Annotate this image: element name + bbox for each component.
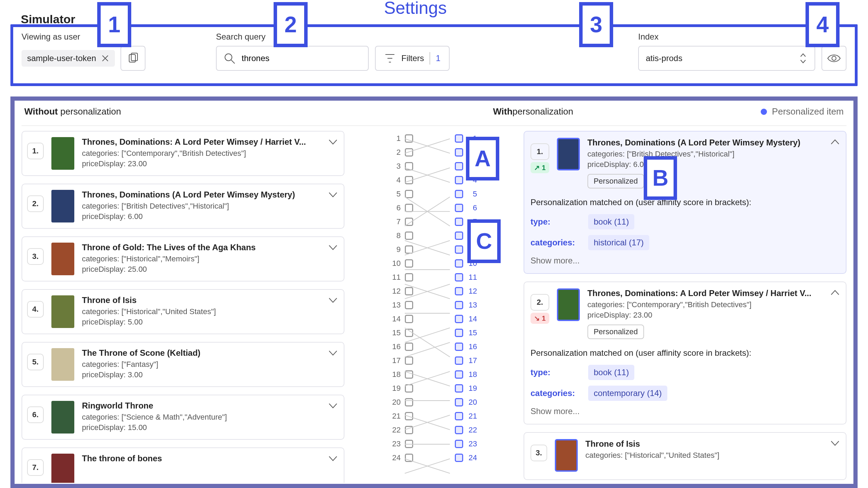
ladder-square [405, 273, 413, 281]
ladder-num: 14 [391, 314, 401, 323]
callout-b: B [644, 156, 677, 200]
ladder-square [455, 134, 463, 143]
chevron-down-icon[interactable] [327, 242, 339, 254]
ladder-num: 12 [391, 287, 401, 296]
personalized-badge: Personalized [587, 325, 644, 339]
rank-badge: 3. [531, 445, 547, 461]
result-card-left[interactable]: 3. Throne of Gold: The Lives of the Aga … [22, 236, 344, 281]
chevron-down-icon[interactable] [327, 347, 339, 359]
show-more-button[interactable]: Show more... [531, 406, 837, 416]
ladder-row-right: 23 [455, 439, 477, 449]
match-type-chip: book (11) [588, 365, 634, 380]
ladder-num: 15 [467, 328, 477, 337]
ladder-row-left: 7 [391, 217, 413, 227]
rank-badge: 7. [27, 459, 44, 476]
result-price: priceDisplay: 5.00 [82, 318, 336, 327]
rank-badge: 6. [27, 406, 44, 423]
result-card-left[interactable]: 4. Throne of Isis categories: ["Historic… [22, 289, 344, 334]
result-thumbnail [557, 288, 580, 321]
result-title: Thrones, Dominations (A Lord Peter Wimse… [82, 190, 336, 200]
with-label-bold: With [493, 106, 512, 117]
personalized-badge: Personalized [587, 174, 644, 188]
ladder-square [405, 148, 413, 157]
result-price: priceDisplay: 25.00 [82, 265, 336, 274]
chevron-down-icon[interactable] [327, 453, 339, 465]
ladder-row-right: 15 [455, 328, 477, 338]
ladder-row-right: 13 [455, 300, 477, 310]
result-thumbnail [51, 454, 74, 483]
ladder-square [455, 412, 463, 420]
ladder-square [455, 259, 463, 268]
filters-count: 1 [436, 53, 440, 63]
ladder-num: 5 [467, 190, 477, 199]
ladder-square [405, 204, 413, 212]
ladder-num: 2 [391, 148, 401, 157]
result-title: The Throne of Scone (Keltiad) [82, 348, 336, 358]
rank-delta: ↘ 1 [531, 313, 549, 324]
ladder-square [455, 204, 463, 212]
preview-button[interactable] [821, 46, 846, 71]
ladder-num: 9 [391, 245, 401, 254]
result-card-right[interactable]: 2. ↘ 1 Thrones, Dominations: A Lord Pete… [524, 281, 846, 424]
rank-badge: 5. [27, 354, 44, 370]
chevron-down-icon[interactable] [327, 136, 339, 148]
result-card-left[interactable]: 5. The Throne of Scone (Keltiad) categor… [22, 342, 344, 387]
result-card-left[interactable]: 7. The throne of bones [22, 447, 344, 483]
ladder-num: 18 [391, 370, 401, 379]
ladder-square [405, 190, 413, 198]
result-card-right[interactable]: 3. Throne of Isis categories: ["Historic… [524, 432, 846, 480]
ladder-square [455, 301, 463, 309]
ladder-row-left: 4 [391, 175, 413, 185]
ladder-square [455, 176, 463, 184]
ladder-row-left: 1 [391, 134, 413, 143]
ladder-num: 6 [391, 203, 401, 212]
chevron-down-icon[interactable] [829, 438, 841, 449]
copy-button[interactable] [120, 46, 145, 71]
with-label-rest: personalization [512, 106, 573, 117]
ladder-square [455, 190, 463, 198]
ladder-row-left: 3 [391, 161, 413, 171]
result-thumbnail [51, 401, 74, 434]
ladder-row-left: 21 [391, 411, 413, 421]
ladder-square [405, 356, 413, 365]
legend-dot [761, 109, 767, 115]
ladder-num: 20 [391, 398, 401, 407]
search-input[interactable] [242, 53, 361, 63]
ladder-square [405, 287, 413, 295]
ladder-num: 19 [391, 384, 401, 393]
index-select[interactable]: atis-prods [638, 46, 815, 71]
ladder-num: 5 [391, 190, 401, 199]
chevron-up-icon[interactable] [829, 287, 841, 299]
svg-point-2 [225, 54, 232, 61]
ladder-num: 13 [467, 301, 477, 310]
chevron-down-icon[interactable] [327, 295, 339, 306]
ladder-num: 13 [391, 301, 401, 310]
ladder-row-left: 24 [391, 453, 413, 463]
callout-3: 3 [579, 2, 613, 47]
result-price: priceDisplay: 23.00 [82, 159, 336, 168]
rank-badge: 1. [531, 143, 549, 160]
filters-button[interactable]: Filters 1 [375, 46, 450, 71]
search-label: Search query [216, 32, 450, 42]
result-card-right[interactable]: 1. ↗ 1 Thrones, Dominations (A Lord Pete… [524, 131, 846, 274]
result-card-left[interactable]: 6. Ringworld Throne categories: ["Scienc… [22, 395, 344, 440]
search-box[interactable] [216, 46, 369, 71]
result-categories: categories: ["Fantasy"] [82, 360, 336, 369]
ladder-row-right: 22 [455, 425, 477, 435]
show-more-button[interactable]: Show more... [531, 256, 837, 266]
user-token-pill[interactable]: sample-user-token [22, 50, 115, 67]
chevron-up-icon[interactable] [829, 136, 841, 148]
chevron-down-icon[interactable] [327, 400, 339, 412]
ladder-row-right: 12 [455, 286, 477, 296]
result-price: priceDisplay: 15.00 [82, 423, 336, 432]
rank-badge: 2. [27, 195, 44, 212]
ladder-square [405, 454, 413, 462]
match-header: Personalization matched on (user affinit… [531, 348, 837, 358]
ladder-square [405, 370, 413, 379]
result-card-left[interactable]: 2. Thrones, Dominations (A Lord Peter Wi… [22, 184, 344, 229]
chevron-down-icon[interactable] [327, 189, 339, 201]
close-icon[interactable] [101, 54, 109, 62]
ladder-square [455, 287, 463, 295]
match-categories-chip: historical (17) [588, 235, 649, 250]
result-card-left[interactable]: 1. Thrones, Dominations: A Lord Peter Wi… [22, 131, 344, 176]
